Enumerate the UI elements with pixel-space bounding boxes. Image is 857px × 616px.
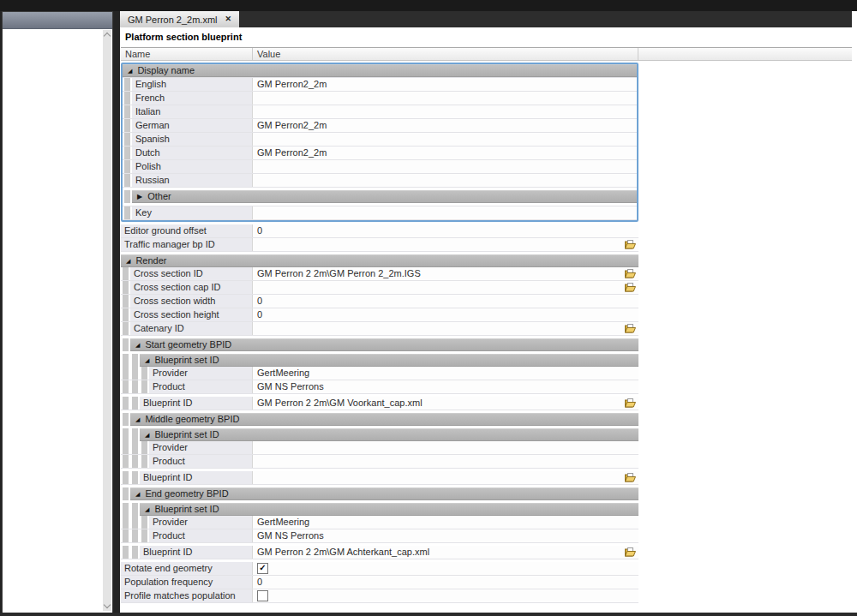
- property-value-cell[interactable]: GertMeering: [253, 367, 638, 380]
- folder-open-icon[interactable]: [625, 547, 636, 557]
- vertical-scrollbar[interactable]: [103, 30, 111, 611]
- expander-expanded-icon[interactable]: ◢: [145, 503, 149, 516]
- property-value-cell[interactable]: 0: [253, 224, 638, 237]
- expander-expanded-icon[interactable]: ◢: [135, 338, 140, 351]
- column-header-name[interactable]: Name: [121, 48, 253, 60]
- property-row[interactable]: Italian: [123, 105, 637, 119]
- group-header-row[interactable]: ▶Other: [123, 190, 637, 203]
- property-name-cell[interactable]: Spanish: [132, 133, 253, 146]
- property-value-cell[interactable]: [253, 441, 638, 454]
- property-value-cell[interactable]: [253, 92, 637, 105]
- property-value-cell[interactable]: GM Perron2_2m: [253, 147, 637, 159]
- property-value-cell[interactable]: [253, 174, 637, 187]
- group-header-bar[interactable]: ◢Start geometry BPID: [130, 338, 638, 351]
- property-row[interactable]: Profile matches population: [121, 589, 638, 603]
- property-value-cell[interactable]: 0: [253, 295, 638, 308]
- property-row[interactable]: ProviderGertMeering: [121, 367, 638, 380]
- property-row[interactable]: Cross section cap ID: [121, 281, 638, 295]
- property-name-cell[interactable]: German: [132, 119, 253, 132]
- property-value-cell[interactable]: GM Perron 2 2m\GM Voorkant_cap.xml: [253, 397, 638, 410]
- property-name-cell[interactable]: Blueprint ID: [140, 397, 253, 410]
- close-icon[interactable]: ✕: [225, 15, 232, 23]
- group-header-bar[interactable]: ◢Middle geometry BPID: [130, 413, 638, 426]
- expander-expanded-icon[interactable]: ◢: [145, 428, 149, 441]
- folder-open-icon[interactable]: [625, 283, 636, 292]
- property-value-cell[interactable]: [253, 589, 638, 602]
- property-name-cell[interactable]: Provider: [149, 516, 253, 529]
- property-value-cell[interactable]: [253, 322, 638, 335]
- property-row[interactable]: Cross section height0: [121, 308, 638, 322]
- group-header-bar[interactable]: ▶Other: [132, 190, 637, 203]
- property-value-cell[interactable]: [253, 238, 638, 251]
- property-name-cell[interactable]: Product: [149, 455, 253, 468]
- expander-expanded-icon[interactable]: ◢: [135, 413, 140, 426]
- property-row[interactable]: Catenary ID: [121, 322, 638, 336]
- property-value-cell[interactable]: 0: [253, 576, 638, 589]
- property-name-cell[interactable]: Polish: [132, 160, 253, 173]
- group-header-row[interactable]: ◢Blueprint set ID: [121, 354, 638, 367]
- property-row[interactable]: Key: [123, 206, 637, 220]
- group-header-bar[interactable]: ◢Display name: [123, 64, 637, 77]
- property-name-cell[interactable]: Provider: [149, 441, 253, 454]
- folder-open-icon[interactable]: [625, 398, 636, 408]
- property-value-cell[interactable]: GM Perron 2 2m\GM Perron 2_2m.IGS: [253, 267, 638, 280]
- property-row[interactable]: ProviderGertMeering: [121, 516, 638, 529]
- property-row[interactable]: ProductGM NS Perrons: [121, 380, 638, 394]
- group-header-bar[interactable]: ◢Render: [121, 254, 638, 267]
- selected-group[interactable]: ◢Display nameEnglishGM Perron2_2mFrenchI…: [121, 63, 638, 222]
- property-value-cell[interactable]: [253, 281, 638, 294]
- property-value-cell[interactable]: [253, 160, 637, 173]
- property-row[interactable]: Blueprint ID: [121, 471, 638, 485]
- property-value-cell[interactable]: [253, 133, 637, 146]
- group-header-row[interactable]: ◢End geometry BPID: [121, 487, 638, 500]
- property-name-cell[interactable]: Traffic manager bp ID: [121, 238, 253, 251]
- expander-expanded-icon[interactable]: ◢: [126, 254, 130, 267]
- expander-collapsed-icon[interactable]: ▶: [137, 190, 142, 203]
- expander-expanded-icon[interactable]: ◢: [135, 487, 140, 500]
- property-name-cell[interactable]: Cross section height: [130, 308, 253, 321]
- property-name-cell[interactable]: English: [132, 78, 253, 91]
- property-row[interactable]: Product: [121, 455, 638, 469]
- property-row[interactable]: Editor ground offset0: [121, 224, 638, 238]
- chevron-down-icon[interactable]: [104, 601, 111, 608]
- property-value-cell[interactable]: [253, 471, 638, 484]
- property-name-cell[interactable]: Rotate end geometry: [121, 562, 253, 575]
- tab-gm-perron[interactable]: GM Perron 2_2m.xml ✕: [120, 11, 239, 27]
- property-row[interactable]: French: [123, 92, 637, 105]
- property-row[interactable]: Russian: [123, 174, 637, 188]
- group-header-row[interactable]: ◢Start geometry BPID: [121, 338, 638, 351]
- expander-expanded-icon[interactable]: ◢: [128, 64, 132, 77]
- property-value-cell[interactable]: [253, 105, 637, 118]
- property-name-cell[interactable]: Blueprint ID: [140, 471, 253, 484]
- group-header-row[interactable]: ◢Blueprint set ID: [121, 428, 638, 441]
- group-header-row[interactable]: ◢Render: [121, 254, 638, 267]
- property-value-cell[interactable]: GM Perron 2 2m\GM Achterkant_cap.xml: [253, 546, 638, 559]
- property-value-cell[interactable]: [253, 455, 638, 468]
- property-row[interactable]: EnglishGM Perron2_2m: [123, 77, 637, 92]
- property-row[interactable]: Population frequency0: [121, 576, 638, 589]
- property-value-cell[interactable]: GM Perron2_2m: [253, 78, 637, 91]
- property-name-cell[interactable]: Population frequency: [121, 576, 253, 589]
- folder-open-icon[interactable]: [625, 324, 636, 333]
- column-header-value[interactable]: Value: [253, 48, 638, 60]
- folder-open-icon[interactable]: [625, 473, 636, 482]
- property-name-cell[interactable]: Cross section ID: [130, 267, 253, 280]
- property-value-cell[interactable]: [253, 206, 637, 219]
- property-value-cell[interactable]: 0: [253, 308, 638, 321]
- property-name-cell[interactable]: Product: [149, 529, 253, 542]
- group-header-row[interactable]: ◢Middle geometry BPID: [121, 413, 638, 426]
- property-value-cell[interactable]: GM Perron2_2m: [253, 119, 637, 132]
- property-value-cell[interactable]: ✓: [253, 562, 638, 575]
- property-row[interactable]: Rotate end geometry✓: [121, 562, 638, 576]
- property-row[interactable]: DutchGM Perron2_2m: [123, 147, 637, 160]
- property-name-cell[interactable]: Italian: [132, 105, 253, 118]
- property-name-cell[interactable]: Dutch: [132, 147, 253, 159]
- property-row[interactable]: Provider: [121, 441, 638, 455]
- property-name-cell[interactable]: Profile matches population: [121, 589, 253, 602]
- group-header-bar[interactable]: ◢End geometry BPID: [130, 487, 638, 500]
- property-value-cell[interactable]: GM NS Perrons: [253, 529, 638, 542]
- property-name-cell[interactable]: Product: [149, 380, 253, 393]
- property-row[interactable]: Cross section IDGM Perron 2 2m\GM Perron…: [121, 267, 638, 281]
- property-row[interactable]: Blueprint IDGM Perron 2 2m\GM Achterkant…: [121, 546, 638, 559]
- property-row[interactable]: ProductGM NS Perrons: [121, 529, 638, 543]
